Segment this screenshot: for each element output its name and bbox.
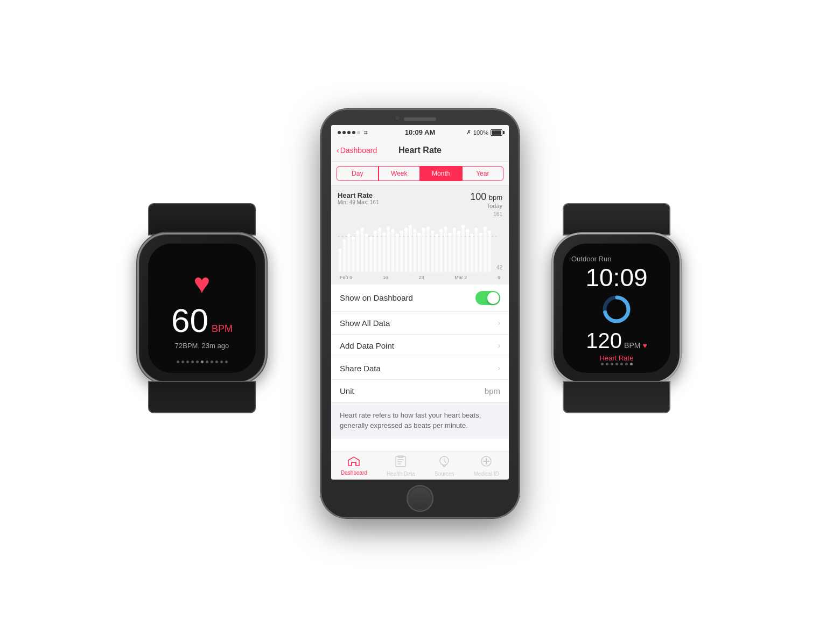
tab-sources[interactable]: Sources [435,455,454,477]
all-data-chevron-icon: › [498,318,500,327]
svg-point-38 [347,233,351,237]
list-item-all-data[interactable]: Show All Data › [331,312,509,335]
unit-label: Unit [340,386,354,396]
chart-x-labels: Feb 9 16 23 Mar 2 9 [338,275,502,280]
watch-strap-top-right [563,203,670,235]
status-bar: ⌗ 10:09 AM ✗ 100% [331,125,509,140]
chart-canvas: 161 42 [338,211,502,281]
chart-area: Heart Rate Min: 49 Max: 161 100 bpm Toda… [331,186,509,285]
svg-point-65 [466,229,469,233]
seg-day[interactable]: Day [337,166,379,181]
all-data-right: › [498,318,500,327]
svg-rect-15 [400,233,403,272]
rdot-6 [625,363,628,365]
iphone-home-button[interactable] [407,485,433,512]
svg-point-43 [369,237,373,240]
bpm-lbl-right: BPM [624,341,640,350]
svg-rect-22 [431,233,433,272]
dashboard-toggle[interactable] [475,291,500,305]
svg-rect-5 [356,233,359,272]
seg-year[interactable]: Year [462,166,504,181]
svg-point-56 [426,226,430,230]
dashboard-tab-label: Dashboard [341,470,367,476]
svg-point-53 [413,229,416,233]
svg-rect-19 [418,235,421,272]
chart-date: Today [470,203,502,209]
svg-rect-31 [471,237,473,272]
seg-month[interactable]: Month [420,166,462,181]
svg-point-47 [387,226,390,230]
svg-point-36 [339,248,342,252]
svg-point-67 [474,227,478,231]
svg-point-49 [396,233,399,237]
svg-point-62 [453,227,456,231]
signal-dot-5 [357,131,360,134]
chart-max-label: 161 [493,211,502,217]
dot-10 [220,360,223,363]
watch-left: ♥ 60 BPM 72BPM, 23m ago [137,233,288,405]
svg-point-63 [457,231,460,234]
signal-dot-3 [347,131,351,134]
svg-rect-7 [365,237,368,272]
bpm-label-left: BPM [212,323,233,335]
svg-point-42 [365,233,368,237]
x-label-4: 9 [498,275,500,280]
all-data-label: Show All Data [340,318,390,328]
svg-point-57 [431,231,434,234]
svg-point-45 [378,227,381,231]
watch-strap-top-left [148,203,256,235]
rdot-2 [606,363,608,365]
back-button[interactable]: ‹ Dashboard [337,146,377,155]
svg-point-60 [444,226,447,230]
svg-rect-24 [440,232,443,272]
svg-point-54 [417,232,421,236]
seg-week[interactable]: Week [379,166,421,181]
iphone-screen: ⌗ 10:09 AM ✗ 100% ‹ Dashboard [331,125,509,480]
svg-point-39 [352,237,355,240]
svg-rect-1 [339,251,341,272]
heart-rate-description: Heart rate refers to how fast your heart… [331,403,509,439]
svg-point-61 [449,232,452,236]
watch-dots-left [177,360,228,363]
svg-point-68 [479,232,482,236]
watch-outer-left: ♥ 60 BPM 72BPM, 23m ago [137,233,267,384]
back-chevron-icon: ‹ [337,146,339,155]
list-item-share-data[interactable]: Share Data › [331,357,509,380]
svg-rect-21 [426,230,429,272]
list-item-add-data[interactable]: Add Data Point › [331,335,509,357]
status-signals: ⌗ [338,129,368,136]
toggle-knob [487,292,499,304]
svg-point-59 [439,229,443,233]
tab-dashboard[interactable]: Dashboard [341,456,367,476]
list-item-dashboard[interactable]: Show on Dashboard [331,285,509,312]
watch-screen-right: Outdoor Run 10:09 120 BPM [563,244,670,373]
rdot-1 [601,363,604,365]
dot-7 [206,360,208,363]
watch-crown-left-2 [266,307,267,321]
back-label: Dashboard [340,146,377,155]
svg-rect-12 [387,230,390,272]
watch-crown-right-2 [552,307,552,321]
bpm-number-left: 60 [171,304,208,337]
svg-rect-13 [391,232,394,272]
svg-point-58 [435,233,438,237]
svg-point-50 [400,231,403,234]
bluetooth-icon: ✗ [466,129,471,136]
tab-medical-id[interactable]: Medical ID [474,455,499,477]
svg-point-69 [484,226,487,230]
share-data-right: › [498,364,500,372]
signal-dot-1 [338,131,341,134]
dot-2 [181,360,184,363]
tab-health-data[interactable]: Health Data [387,455,415,477]
sources-tab-label: Sources [435,471,454,477]
iphone-camera [395,115,400,121]
x-label-0: Feb 9 [340,275,352,280]
watch-body-left: ♥ 60 BPM 72BPM, 23m ago [137,233,267,384]
svg-rect-18 [414,232,416,272]
unit-value: bpm [485,386,500,396]
dot-8 [211,360,213,363]
svg-rect-3 [347,237,350,272]
status-right: ✗ 100% [466,129,502,136]
watch-crown-right [552,278,552,302]
activity-ring [601,294,632,324]
